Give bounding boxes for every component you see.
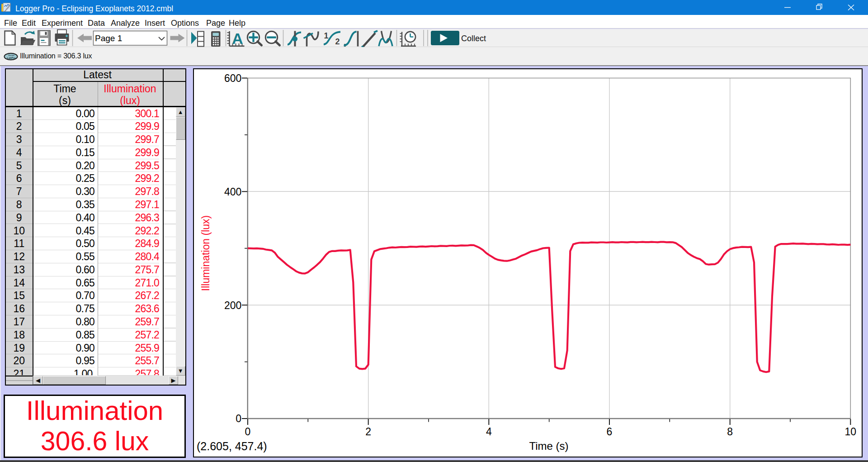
svg-text:A: A xyxy=(232,30,243,47)
svg-text:1: 1 xyxy=(324,31,329,40)
svg-text:Collect: Collect xyxy=(461,34,486,43)
svg-text:Page 1: Page 1 xyxy=(95,33,122,43)
svg-text:LabPro: LabPro xyxy=(7,57,16,59)
svg-text:2: 2 xyxy=(335,37,340,46)
